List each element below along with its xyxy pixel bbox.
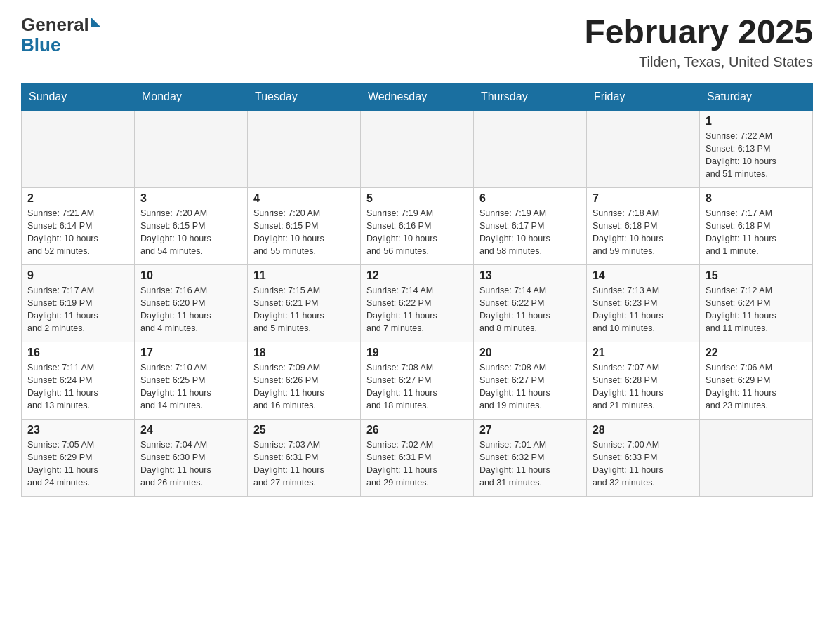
day-info: Sunrise: 7:03 AM Sunset: 6:31 PM Dayligh…	[253, 438, 355, 490]
calendar-cell: 21Sunrise: 7:07 AM Sunset: 6:28 PM Dayli…	[586, 342, 699, 419]
day-number: 8	[706, 192, 807, 205]
day-info: Sunrise: 7:00 AM Sunset: 6:33 PM Dayligh…	[593, 438, 694, 490]
day-info: Sunrise: 7:17 AM Sunset: 6:19 PM Dayligh…	[27, 284, 128, 335]
calendar-cell: 22Sunrise: 7:06 AM Sunset: 6:29 PM Dayli…	[699, 342, 812, 419]
calendar-cell	[586, 110, 699, 187]
calendar-cell: 24Sunrise: 7:04 AM Sunset: 6:30 PM Dayli…	[134, 419, 247, 496]
calendar-cell: 11Sunrise: 7:15 AM Sunset: 6:21 PM Dayli…	[247, 264, 360, 342]
calendar-cell: 8Sunrise: 7:17 AM Sunset: 6:18 PM Daylig…	[699, 187, 812, 264]
calendar-location: Tilden, Texas, United States	[584, 54, 813, 70]
day-number: 12	[366, 269, 468, 282]
calendar-cell	[473, 110, 586, 187]
weekday-header-saturday: Saturday	[699, 83, 812, 110]
logo-general-text: General	[21, 14, 89, 36]
day-number: 27	[479, 424, 581, 436]
calendar-week-1: 1Sunrise: 7:22 AM Sunset: 6:13 PM Daylig…	[22, 110, 813, 187]
day-number: 14	[593, 269, 694, 282]
day-info: Sunrise: 7:04 AM Sunset: 6:30 PM Dayligh…	[140, 438, 241, 490]
title-block: February 2025 Tilden, Texas, United Stat…	[584, 14, 813, 70]
calendar-week-4: 16Sunrise: 7:11 AM Sunset: 6:24 PM Dayli…	[22, 342, 813, 419]
day-info: Sunrise: 7:13 AM Sunset: 6:23 PM Dayligh…	[593, 284, 694, 335]
logo-blue-text: Blue	[21, 34, 100, 56]
day-info: Sunrise: 7:19 AM Sunset: 6:17 PM Dayligh…	[479, 207, 581, 258]
day-number: 11	[253, 269, 355, 282]
calendar-header: SundayMondayTuesdayWednesdayThursdayFrid…	[22, 83, 813, 110]
calendar-cell: 10Sunrise: 7:16 AM Sunset: 6:20 PM Dayli…	[134, 264, 247, 342]
day-info: Sunrise: 7:09 AM Sunset: 6:26 PM Dayligh…	[253, 361, 355, 412]
day-number: 4	[253, 192, 355, 205]
day-number: 15	[706, 269, 807, 282]
day-info: Sunrise: 7:05 AM Sunset: 6:29 PM Dayligh…	[27, 438, 128, 490]
day-number: 9	[27, 269, 128, 282]
calendar-week-2: 2Sunrise: 7:21 AM Sunset: 6:14 PM Daylig…	[22, 187, 813, 264]
day-number: 28	[593, 424, 694, 436]
day-info: Sunrise: 7:08 AM Sunset: 6:27 PM Dayligh…	[479, 361, 581, 412]
day-info: Sunrise: 7:15 AM Sunset: 6:21 PM Dayligh…	[253, 284, 355, 335]
calendar-cell	[360, 110, 473, 187]
calendar-cell	[247, 110, 360, 187]
day-info: Sunrise: 7:06 AM Sunset: 6:29 PM Dayligh…	[706, 361, 807, 412]
calendar-body: 1Sunrise: 7:22 AM Sunset: 6:13 PM Daylig…	[22, 110, 813, 496]
weekday-header-wednesday: Wednesday	[360, 83, 473, 110]
calendar-cell: 5Sunrise: 7:19 AM Sunset: 6:16 PM Daylig…	[360, 187, 473, 264]
day-number: 22	[706, 347, 807, 359]
calendar-cell: 1Sunrise: 7:22 AM Sunset: 6:13 PM Daylig…	[699, 110, 812, 187]
day-info: Sunrise: 7:14 AM Sunset: 6:22 PM Dayligh…	[366, 284, 468, 335]
calendar-cell: 27Sunrise: 7:01 AM Sunset: 6:32 PM Dayli…	[473, 419, 586, 496]
page-header: General Blue February 2025 Tilden, Texas…	[21, 14, 813, 70]
day-info: Sunrise: 7:18 AM Sunset: 6:18 PM Dayligh…	[593, 207, 694, 258]
day-info: Sunrise: 7:19 AM Sunset: 6:16 PM Dayligh…	[366, 207, 468, 258]
day-info: Sunrise: 7:22 AM Sunset: 6:13 PM Dayligh…	[706, 130, 807, 181]
calendar-title: February 2025	[584, 14, 813, 51]
calendar-week-3: 9Sunrise: 7:17 AM Sunset: 6:19 PM Daylig…	[22, 264, 813, 342]
calendar-cell: 4Sunrise: 7:20 AM Sunset: 6:15 PM Daylig…	[247, 187, 360, 264]
calendar-cell: 16Sunrise: 7:11 AM Sunset: 6:24 PM Dayli…	[22, 342, 135, 419]
calendar-cell: 7Sunrise: 7:18 AM Sunset: 6:18 PM Daylig…	[586, 187, 699, 264]
calendar-cell: 13Sunrise: 7:14 AM Sunset: 6:22 PM Dayli…	[473, 264, 586, 342]
calendar-week-5: 23Sunrise: 7:05 AM Sunset: 6:29 PM Dayli…	[22, 419, 813, 496]
logo: General Blue	[21, 14, 100, 56]
day-number: 16	[27, 347, 128, 359]
calendar-cell	[22, 110, 135, 187]
calendar-cell: 12Sunrise: 7:14 AM Sunset: 6:22 PM Dayli…	[360, 264, 473, 342]
calendar-cell: 17Sunrise: 7:10 AM Sunset: 6:25 PM Dayli…	[134, 342, 247, 419]
day-number: 26	[366, 424, 468, 436]
day-number: 25	[253, 424, 355, 436]
day-number: 19	[366, 347, 468, 359]
calendar-cell: 26Sunrise: 7:02 AM Sunset: 6:31 PM Dayli…	[360, 419, 473, 496]
day-number: 10	[140, 269, 241, 282]
day-info: Sunrise: 7:10 AM Sunset: 6:25 PM Dayligh…	[140, 361, 241, 412]
day-info: Sunrise: 7:16 AM Sunset: 6:20 PM Dayligh…	[140, 284, 241, 335]
day-number: 18	[253, 347, 355, 359]
weekday-header-sunday: Sunday	[22, 83, 135, 110]
day-number: 1	[706, 115, 807, 128]
calendar-cell: 20Sunrise: 7:08 AM Sunset: 6:27 PM Dayli…	[473, 342, 586, 419]
calendar-cell: 2Sunrise: 7:21 AM Sunset: 6:14 PM Daylig…	[22, 187, 135, 264]
weekday-header-monday: Monday	[134, 83, 247, 110]
day-info: Sunrise: 7:11 AM Sunset: 6:24 PM Dayligh…	[27, 361, 128, 412]
day-info: Sunrise: 7:08 AM Sunset: 6:27 PM Dayligh…	[366, 361, 468, 412]
weekday-header-friday: Friday	[586, 83, 699, 110]
weekday-header-row: SundayMondayTuesdayWednesdayThursdayFrid…	[22, 83, 813, 110]
calendar-cell: 28Sunrise: 7:00 AM Sunset: 6:33 PM Dayli…	[586, 419, 699, 496]
day-number: 6	[479, 192, 581, 205]
day-number: 3	[140, 192, 241, 205]
day-info: Sunrise: 7:07 AM Sunset: 6:28 PM Dayligh…	[593, 361, 694, 412]
day-number: 13	[479, 269, 581, 282]
calendar-cell: 19Sunrise: 7:08 AM Sunset: 6:27 PM Dayli…	[360, 342, 473, 419]
calendar-cell: 14Sunrise: 7:13 AM Sunset: 6:23 PM Dayli…	[586, 264, 699, 342]
day-info: Sunrise: 7:01 AM Sunset: 6:32 PM Dayligh…	[479, 438, 581, 490]
day-number: 23	[27, 424, 128, 436]
logo-arrow-icon	[91, 17, 100, 27]
calendar-cell: 9Sunrise: 7:17 AM Sunset: 6:19 PM Daylig…	[22, 264, 135, 342]
day-number: 17	[140, 347, 241, 359]
day-info: Sunrise: 7:21 AM Sunset: 6:14 PM Dayligh…	[27, 207, 128, 258]
day-info: Sunrise: 7:17 AM Sunset: 6:18 PM Dayligh…	[706, 207, 807, 258]
calendar-cell: 23Sunrise: 7:05 AM Sunset: 6:29 PM Dayli…	[22, 419, 135, 496]
calendar-cell: 3Sunrise: 7:20 AM Sunset: 6:15 PM Daylig…	[134, 187, 247, 264]
day-number: 5	[366, 192, 468, 205]
calendar-cell: 6Sunrise: 7:19 AM Sunset: 6:17 PM Daylig…	[473, 187, 586, 264]
calendar-table: SundayMondayTuesdayWednesdayThursdayFrid…	[21, 83, 813, 497]
day-info: Sunrise: 7:20 AM Sunset: 6:15 PM Dayligh…	[253, 207, 355, 258]
weekday-header-thursday: Thursday	[473, 83, 586, 110]
